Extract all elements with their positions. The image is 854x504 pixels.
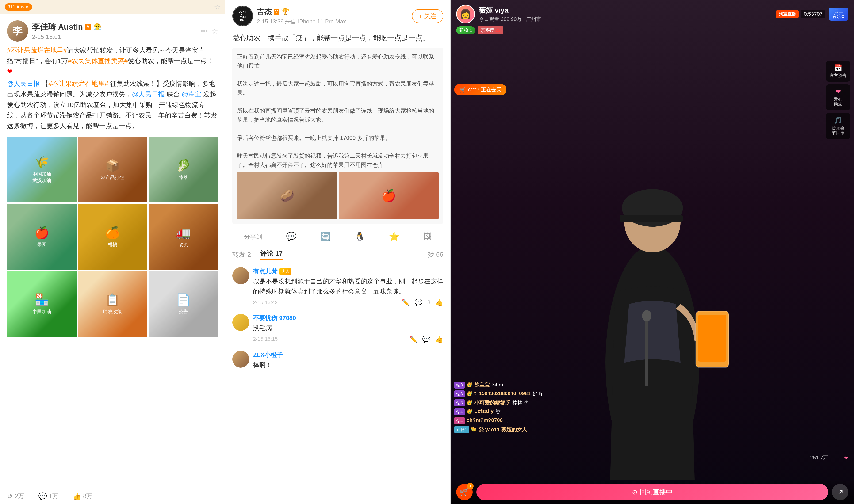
comment-avatar-3[interactable] xyxy=(232,351,249,368)
tab-comment[interactable]: 评论 17 xyxy=(260,249,283,260)
username[interactable]: 李佳琦 Austin xyxy=(32,22,83,32)
live-avatar[interactable]: 👩 xyxy=(456,5,475,23)
chat-user-5[interactable]: ch?m?m?0706 xyxy=(466,417,503,423)
share-wechat[interactable]: 💬 xyxy=(286,232,297,241)
cart-button[interactable]: 🛒 1 xyxy=(456,484,473,500)
chat-user-2[interactable]: t_1504302880940_0981 xyxy=(474,391,531,397)
hashtag-1[interactable]: #不让果蔬烂在地里# xyxy=(7,47,67,54)
svg-rect-7 xyxy=(645,316,648,386)
share-favorite[interactable]: ⭐ xyxy=(389,232,399,241)
post-image-7[interactable]: 🏪 中国加油 xyxy=(7,271,76,337)
comment-time-1: 2-15 13:42 xyxy=(253,300,278,306)
post-header: 李 李佳琦 Austin V 😤 2-15 15:01 ••• ☆ xyxy=(0,14,225,45)
comments-header: 转发 2 评论 17 赞 66 xyxy=(225,246,450,264)
post-image-9[interactable]: 📄 公告 xyxy=(148,271,218,337)
share-to: 分享到 xyxy=(244,233,262,241)
yun-badge[interactable]: 云上音乐会 xyxy=(829,7,848,20)
edit-icon-2[interactable]: ✏️ xyxy=(409,335,417,343)
reply-icon-2[interactable]: 💬 xyxy=(422,335,430,343)
intimacy-label: 亲密度 xyxy=(480,27,495,34)
edit-icon[interactable]: ✏️ xyxy=(402,299,410,306)
img-placeholder-3: 🥬 蔬菜 xyxy=(148,137,218,202)
hashtag-2[interactable]: #农民集体直播卖菜# xyxy=(68,57,128,65)
banner-tag: 311 Austin xyxy=(5,3,32,11)
live-subtitle: 今日观看 202.90万 | 广州市 xyxy=(479,16,772,23)
post-image-5[interactable]: 🍊 柑橘 xyxy=(78,204,147,270)
comment-username-3[interactable]: ZLX小橙子 xyxy=(253,351,283,358)
svg-rect-4 xyxy=(620,215,683,222)
mention-1[interactable]: @人民日报 xyxy=(7,80,40,87)
share-image[interactable]: 🖼 xyxy=(423,232,431,241)
hashtag-3[interactable]: #不让果蔬烂在地里# xyxy=(48,80,108,87)
share-row: 分享到 💬 🔄 🐧 ⭐ 🖼 xyxy=(225,228,450,246)
img-placeholder-5: 🍊 柑橘 xyxy=(78,204,147,270)
return-live-button[interactable]: ⊙ 回到直播中 xyxy=(476,484,828,500)
repost-action[interactable]: ↺ 2万 xyxy=(7,492,24,500)
like-icon[interactable]: 👍 xyxy=(435,299,443,306)
star-icon[interactable]: ☆ xyxy=(214,3,220,11)
live-user-info: 薇娅 viya 今日观看 202.90万 | 广州市 xyxy=(479,6,772,23)
mention-3[interactable]: @淘宝 xyxy=(182,91,201,98)
comment-username-1[interactable]: 有点儿梵 xyxy=(253,267,278,275)
chat-user-1[interactable]: 陈宝宝 xyxy=(474,381,490,389)
post-image-8[interactable]: 📋 助农政策 xyxy=(78,271,147,337)
share-button[interactable]: ↗ xyxy=(832,484,848,500)
side-menu-official[interactable]: 📅 官方预告 xyxy=(826,61,850,82)
post-image-6[interactable]: 🚛 物流 xyxy=(148,204,218,270)
comment-likes-1[interactable]: 3 xyxy=(427,299,430,306)
comment-body-1: 有点儿梵 达人 叔是不是没想到源于自己的才华和热爱的这个事业，刚一起步在这样的特… xyxy=(253,267,443,306)
quote-image-2[interactable]: 🍎 xyxy=(339,172,439,219)
intimacy-tag: 亲密度 23 xyxy=(478,26,503,35)
reply-icon[interactable]: 💬 xyxy=(414,299,423,306)
chat-text-2: 好听 xyxy=(533,391,543,397)
post-image-2[interactable]: 📦 农产品打包 xyxy=(78,137,147,202)
chat-badge-2: 钻3 xyxy=(454,391,465,397)
img-placeholder-7: 🏪 中国加油 xyxy=(7,271,76,337)
star-icon[interactable]: ☆ xyxy=(212,27,218,35)
comment-avatar-2[interactable] xyxy=(232,314,249,331)
chat-user-3[interactable]: 小可爱的妮妮呀 xyxy=(474,399,511,407)
avatar-image: 李 xyxy=(7,20,28,41)
middle-post-text: 爱心助农，携手战「疫」，能帮一点是一点，能吃一点是一点。 xyxy=(225,30,450,48)
chat-user-4[interactable]: Lcfsally xyxy=(474,408,494,414)
username-row: 李佳琦 Austin V 😤 xyxy=(32,22,197,32)
like-icon-2[interactable]: 👍 xyxy=(435,335,443,343)
crown-icon-6: 👑 xyxy=(471,426,477,432)
likes-count: 赞 66 xyxy=(428,250,443,259)
middle-username[interactable]: 吉杰 xyxy=(257,6,272,17)
more-icon[interactable]: ••• xyxy=(200,27,208,35)
buy-banner: 🛒 c***7 正在去买 xyxy=(454,84,506,95)
tab-repost[interactable]: 转发 2 xyxy=(232,250,251,259)
side-menu-love-farm[interactable]: ❤ 爱心助农 xyxy=(826,85,850,110)
comment-item-1: 有点儿梵 达人 叔是不是没想到源于自己的才华和热爱的这个事业，刚一起步在这样的特… xyxy=(225,264,450,310)
comment-avatar-1[interactable] xyxy=(232,267,249,284)
chat-badge-5: 钻4 xyxy=(454,417,465,424)
chat-msg-3: 钻3 👑 小可爱的妮妮呀 棒棒哒 xyxy=(454,399,595,407)
banner-right: ☆ xyxy=(214,3,220,11)
crown-icon-3: 👑 xyxy=(466,399,473,405)
chat-msg-1: 钻3 👑 陈宝宝 3456 xyxy=(454,381,595,389)
follow-button[interactable]: + 关注 xyxy=(412,9,443,23)
like-action[interactable]: 👍 8万 xyxy=(72,492,92,500)
chat-text-5: ， xyxy=(504,417,510,424)
post-image-1[interactable]: 🌾 中国加油武汉加油 xyxy=(7,137,76,202)
share-qq[interactable]: 🐧 xyxy=(355,232,365,241)
chat-user-6[interactable]: 熙 yao11 薇娅的女人 xyxy=(479,426,527,433)
middle-avatar[interactable]: DON'TBECYNICAL xyxy=(232,6,253,26)
post-image-3[interactable]: 🥬 蔬菜 xyxy=(148,137,218,202)
chat-msg-4: 钻4 👑 Lcfsally 赞 xyxy=(454,408,595,415)
comment-username-2[interactable]: 不要忧伤 97080 xyxy=(253,314,296,321)
buy-text: c***7 正在去买 xyxy=(468,86,501,93)
quote-image-1[interactable]: 🥔 xyxy=(237,172,337,219)
side-menu-concert[interactable]: 🎵 音乐会节目单 xyxy=(826,113,850,139)
chat-text-4: 赞 xyxy=(495,408,501,415)
heart-count: ❤ xyxy=(844,455,848,461)
live-username[interactable]: 薇娅 viya xyxy=(479,6,772,15)
comment-time-2: 2-15 15:15 xyxy=(253,336,278,342)
post-image-4[interactable]: 🍎 果园 xyxy=(7,204,76,270)
taobao-badge: 淘宝直播 xyxy=(776,10,799,18)
comment-action[interactable]: 💬 1万 xyxy=(38,492,58,500)
share-weibo[interactable]: 🔄 xyxy=(320,232,331,241)
mention-2[interactable]: @人民日报 xyxy=(132,91,165,98)
avatar[interactable]: 李 xyxy=(7,20,28,41)
